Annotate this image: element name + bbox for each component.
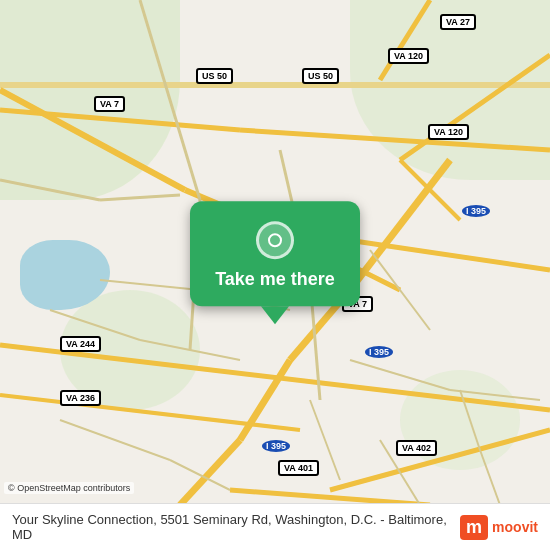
moovit-logo: m moovit xyxy=(460,515,538,540)
location-text: Your Skyline Connection, 5501 Seminary R… xyxy=(12,512,460,542)
map-container: US 50 US 50 VA 7 VA 7 VA 7 VA 27 VA 120 … xyxy=(0,0,550,550)
svg-line-1 xyxy=(0,110,240,130)
road-badge-va402: VA 402 xyxy=(396,440,437,456)
svg-line-2 xyxy=(240,130,550,150)
road-badge-va401: VA 401 xyxy=(278,460,319,476)
svg-line-12 xyxy=(180,440,240,505)
popup-bubble[interactable]: Take me there xyxy=(190,201,360,306)
map-popup[interactable]: Take me there xyxy=(190,201,360,324)
moovit-logo-letter: m xyxy=(460,515,488,540)
svg-line-3 xyxy=(0,90,185,190)
svg-line-22 xyxy=(100,280,200,290)
road-badge-i395-mid: I 395 xyxy=(365,346,393,358)
popup-caret xyxy=(261,306,289,324)
svg-line-13 xyxy=(380,0,430,80)
svg-line-31 xyxy=(350,360,450,390)
svg-line-16 xyxy=(330,430,550,490)
osm-attribution: © OpenStreetMap contributors xyxy=(4,482,134,494)
svg-line-9 xyxy=(350,160,450,290)
moovit-logo-text: moovit xyxy=(492,519,538,535)
road-badge-us50-left: US 50 xyxy=(196,68,233,84)
road-badge-i395-bottom: I 395 xyxy=(262,440,290,452)
pin-inner xyxy=(268,233,282,247)
svg-line-24 xyxy=(370,250,430,330)
road-badge-va120-mid: VA 120 xyxy=(428,124,469,140)
location-pin xyxy=(256,221,294,259)
road-badge-va236: VA 236 xyxy=(60,390,101,406)
popup-label[interactable]: Take me there xyxy=(215,269,335,290)
road-badge-i395-right: I 395 xyxy=(462,205,490,217)
road-badge-us50-right: US 50 xyxy=(302,68,339,84)
road-badge-va120-top: VA 120 xyxy=(388,48,429,64)
svg-line-26 xyxy=(100,195,180,200)
svg-line-29 xyxy=(60,420,170,460)
road-badge-va27: VA 27 xyxy=(440,14,476,30)
road-badge-va244: VA 244 xyxy=(60,336,101,352)
road-badge-va7-topleft: VA 7 xyxy=(94,96,125,112)
svg-line-36 xyxy=(480,450,500,505)
bottom-bar: Your Skyline Connection, 5501 Seminary R… xyxy=(0,503,550,550)
svg-line-25 xyxy=(0,180,100,200)
